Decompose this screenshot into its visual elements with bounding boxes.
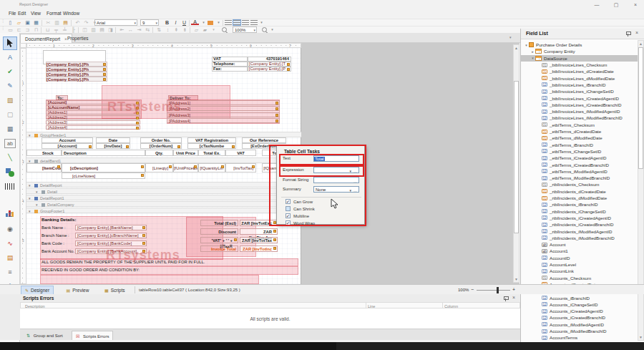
align-justify-button[interactable] [250,20,258,25]
order-header-value[interactable]: [cTaxNumbe [187,143,236,149]
address-field[interactable]: [PAddress1] [167,100,280,105]
zoom-slider-thumb[interactable] [497,287,499,293]
field-tree-item[interactable]: 12Accounts_iCreatedAgentID [521,308,638,314]
smart-tag-icon[interactable] [252,165,255,168]
smart-tag-icon[interactable] [177,145,180,148]
contact-label[interactable]: Telephone: [212,62,248,67]
smart-tag-icon[interactable] [136,127,139,130]
close-panel-icon[interactable]: × [635,30,638,36]
field-tree-item[interactable]: 12Accounts_iCreatedBranchID [521,314,638,321]
shape-tool-icon[interactable] [4,166,16,178]
banking-value[interactable]: [Company Entity].[BankCode] [75,240,147,246]
smart-tag-icon[interactable] [142,226,145,229]
gauge-tool-icon[interactable]: ◉ [4,223,16,235]
order-header-label[interactable]: Order No. [140,137,182,143]
field-tree-item[interactable]: 12Accounts_iChangeSetID [521,301,638,308]
address-field[interactable]: [Address1] [46,110,140,115]
smart-tag-icon[interactable] [221,165,224,168]
highlight-dropdown-icon[interactable]: ▾ [215,19,223,26]
field-tree-item[interactable]: 12_btblInvoiceLines_iModifiedAgentID [521,108,638,115]
rich-text-tool-icon[interactable]: ✎ [4,80,16,92]
field-tree-item[interactable]: 12_btblInvoiceLines_iCreatedBranchID [521,102,638,108]
contact-value[interactable]: [Company Entity].[T [248,62,291,67]
banking-title[interactable]: Banking Details: [42,218,76,223]
close-button[interactable]: × [628,1,643,9]
layout-tool-20-icon[interactable]: ▱ [192,26,200,33]
company-entity-field[interactable]: [Company Entity].[Ph [46,67,107,72]
field-tree-item[interactable]: 12_btblInvoiceLines_iCreatedAgentID [521,94,638,101]
chevron-down-icon[interactable]: ▾ [36,203,38,207]
menu-window[interactable]: Window [63,11,79,16]
smart-tag-icon[interactable] [287,68,290,71]
contact-label[interactable]: Fax: [212,67,248,72]
italic-button[interactable]: I [172,19,180,26]
layout-tool-5-icon[interactable]: ╤ [52,26,60,33]
totals-label[interactable]: 'VAT' + ' ' + [fTaxR [200,237,238,243]
company-entity-field[interactable]: [Company Entity].[Ph [46,62,107,67]
banking-label[interactable]: Bank Name : [42,225,66,230]
page-break-tool-icon[interactable]: ≡ [4,266,16,278]
close-panel-icon[interactable]: × [512,295,515,301]
open-button[interactable]: ▱ [15,19,23,26]
field-tree-item[interactable]: 31_etblTerms_dCreatedDate [521,128,638,135]
layout-tool-18-icon[interactable]: ⇞ [172,26,180,33]
detail-cell[interactable]: [ItemCode] [26,163,62,172]
bold-button[interactable]: B [163,19,171,26]
detail-cell[interactable]: [Lineqty] [145,163,173,172]
cut-button[interactable]: ✂ [44,19,52,26]
field-tree-item[interactable]: 12_rtblIncidents_iModifiedAgentID [521,228,638,234]
smart-tag-icon[interactable] [136,122,139,125]
tree-expander-icon[interactable]: ▾ [530,56,535,60]
field-tree-item[interactable]: 12AccountLink [521,268,638,274]
address-field[interactable]: [Address2] [46,115,140,120]
column-header-vat[interactable]: VAT [225,150,256,156]
field-tree-item[interactable]: 12_etblTerms_iBranchID [521,142,638,148]
checkbox-tool-icon[interactable]: ✔ [4,66,16,78]
character-comb-tool-icon[interactable]: ab [4,139,16,148]
redo-button[interactable]: ↷ [82,19,90,26]
chevron-down-icon[interactable]: ▾ [36,190,38,194]
pin-icon[interactable] [503,296,509,302]
smart-tag-icon[interactable] [141,165,144,168]
layout-tool-11-icon[interactable]: ◨ [107,26,114,33]
band-header-groupfooter1[interactable]: ▾GroupFooter1 [26,208,301,213]
smart-tag-icon[interactable] [136,107,139,110]
detail-cell[interactable]: [fUnitPriceEx [173,163,198,172]
field-tree-item[interactable]: 12_rtblIncidents_iCreatedAgentID [521,215,638,221]
highlight-color-button[interactable] [206,19,214,26]
smart-tag-icon[interactable] [275,102,278,104]
smart-tag-icon[interactable] [136,102,139,104]
field-tree-item[interactable]: 12Accounts_iModifiedBranchID [521,328,638,334]
toolbar-grip-icon[interactable]: ⋮ [1,20,3,26]
layout-tool-17-icon[interactable]: ↕ [164,26,172,33]
new-document-button[interactable]: ▯ [6,19,14,26]
smart-tag-icon[interactable] [275,114,278,117]
barcode-tool-icon[interactable] [5,183,15,190]
menu-view[interactable]: View [31,11,41,16]
zoom-plus-button[interactable]: + [512,287,515,293]
smart-tag-icon[interactable] [194,165,197,168]
menu-format[interactable]: Format [47,11,62,16]
smart-tag-icon[interactable] [273,247,276,250]
field-tree-item[interactable]: 01Accounts_Checksum [521,275,638,281]
smart-tag-icon[interactable] [232,145,235,148]
to-label[interactable]: To: [56,95,68,100]
banking-value[interactable]: [Company Entity].[BankName] [75,225,147,230]
layout-tool-10-icon[interactable]: ▤ [98,26,106,33]
save-all-button[interactable]: ▦ [32,19,40,26]
tab-scripts-errors[interactable]: ☒ Scripts Errors [72,331,113,340]
field-tree-item[interactable]: 12AccountTerms [521,334,638,341]
tree-expander-icon[interactable]: ▸ [530,49,535,54]
field-tree-item[interactable]: 12_btblInvoiceLines_iModifiedBranchID [521,115,638,121]
toolbar-grip-icon[interactable]: ⋮ [1,27,3,33]
panel-chevron-icon[interactable]: ▾ [509,36,512,40]
line-notes-cell[interactable]: [cLineNotes] [62,172,145,179]
chevron-down-icon[interactable]: ▾ [29,209,31,213]
company-entity-field[interactable]: [Company Entity].[Ph [46,77,107,82]
checkbox-word-wrap[interactable]: ✔ [286,220,291,225]
field-tree-item[interactable]: 12_etblTerms_iCreatedBranchID [521,161,638,167]
field-tree-item[interactable]: 01_etblTerms_Checksum [521,122,638,128]
order-header-label[interactable]: Date [96,137,130,143]
smart-tag-icon[interactable] [141,174,144,177]
tab-designer[interactable]: ✎Designer [21,286,53,295]
